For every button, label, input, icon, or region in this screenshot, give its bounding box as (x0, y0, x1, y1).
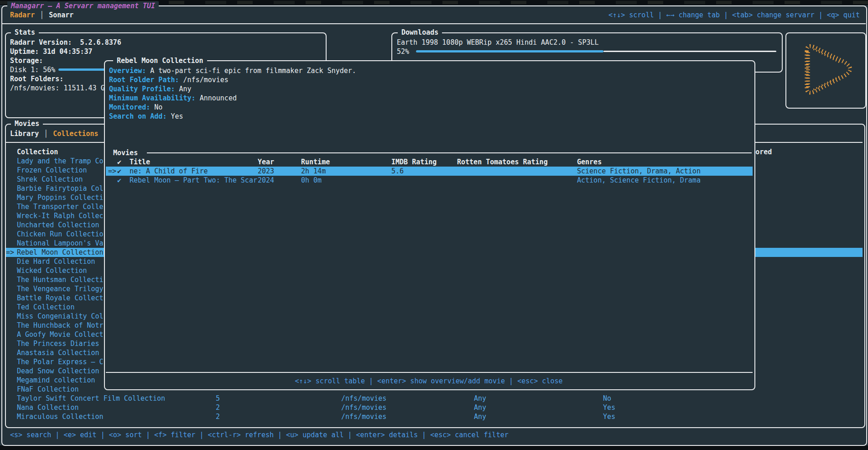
collection-movie-count: 2 (216, 403, 220, 412)
movie-row[interactable]: ✔Rebel Moon – Part Two: The Scar20240h 0… (105, 176, 753, 185)
download-progress-label: 52% (397, 47, 409, 56)
terminal-bottom-strip (0, 445, 868, 450)
bottom-help-bar: <s> search | <e> edit | <o> sort | <f> f… (10, 430, 509, 440)
tab-separator: │ (40, 10, 44, 20)
movie-col-header-runtime: Runtime (301, 157, 330, 167)
collection-movie-count: 2 (216, 412, 220, 421)
stats-panel-title: Stats (11, 28, 39, 37)
collection-name: The Hunchback of Notr (17, 321, 104, 330)
collection-name: Chicken Run Collectio (17, 230, 104, 239)
modal-field: Search on Add: Yes (109, 112, 183, 121)
movie-monitored-check: ✔ (117, 167, 121, 176)
collection-name: Anastasia Collection (17, 348, 99, 357)
collection-row[interactable]: Nana Collection2/nfs/moviesAnyYes (0, 403, 868, 412)
movies-tabs: Library│Collections│ (10, 129, 113, 138)
stats-disk-label: Disk 1: 56% (10, 65, 55, 74)
download-progress-gauge (416, 50, 603, 52)
app-title: Managarr – A Servarr management TUI (7, 1, 159, 10)
movie-monitored-check: ✔ (117, 176, 121, 185)
stats-version: Radarr Version:5.2.6.8376 (10, 38, 121, 47)
collection-search-on-add: No (603, 394, 611, 403)
download-item-title: Earth 1998 1080p WEBRip x265 Hindi AAC2.… (397, 38, 599, 47)
modal-title: Rebel Moon Collection (113, 56, 207, 65)
collection-row[interactable]: Taylor Swift Concert Film Collection5/nf… (0, 394, 868, 403)
modal-field: Monitored: No (109, 103, 162, 112)
collection-name: Nana Collection (17, 403, 78, 412)
tab-library[interactable]: Library (10, 129, 39, 138)
movie-col-header-genres: Genres (577, 157, 602, 167)
stats-version-value: 5.2.6.8376 (80, 38, 121, 47)
modal-field-label: Minimum Availability: (109, 94, 196, 102)
tab-collections[interactable]: Collections (53, 129, 98, 138)
collection-quality-profile: Any (474, 394, 486, 403)
tab-sonarr[interactable]: Sonarr (49, 10, 73, 20)
collection-name: Dead Snow Collection (17, 366, 99, 376)
collection-name: A Goofy Movie Collect (17, 330, 104, 339)
modal-footer-separator (106, 372, 753, 373)
modal-section-line (147, 152, 752, 153)
collection-quality-profile: Any (474, 412, 486, 421)
stats-root-folder-value: /nfs/movies: 11511.43 GB (10, 84, 109, 93)
collection-search-on-add: Yes (603, 403, 615, 412)
modal-field: Quality Profile: Any (109, 84, 192, 94)
top-help-bar: <↑↓> scroll | ←→ change tab | <tab> chan… (608, 10, 860, 20)
movie-col-header--: ✔ (117, 157, 121, 167)
modal-field-value: A two-part sci-fi epic from filmmaker Za… (146, 67, 356, 75)
movie-title: ne: A Child of Fire (130, 167, 208, 176)
collection-name: Mary Poppins Collecti (17, 193, 104, 202)
collection-name: Shrek Collection (17, 175, 83, 184)
tab-radarr[interactable]: Radarr (10, 10, 35, 20)
modal-field-value: No (150, 103, 162, 111)
collection-column-header: Collection (17, 147, 58, 157)
movie-row-selected[interactable]: =>✔ne: A Child of Fire20232h 14m5.6Scien… (105, 167, 753, 176)
radarr-logo-icon (796, 36, 857, 104)
collection-name: The Princess Diaries (17, 339, 99, 348)
collection-name: Frozen Collection (17, 166, 87, 175)
movie-imdb-rating: 5.6 (391, 167, 404, 176)
collection-name: The Huntsman Collecti (17, 275, 104, 284)
stats-version-label: Radarr Version: (10, 38, 72, 47)
modal-field: Root Folder Path: /nfs/movies (109, 75, 229, 84)
modal-section-title: Movies (113, 148, 138, 157)
download-progress-gauge-rest (603, 51, 776, 52)
collection-name: FNaF Collection (17, 385, 78, 394)
stats-uptime-value: 31d 04:35:37 (43, 47, 92, 56)
collection-name: Wicked Collection (17, 266, 87, 275)
collection-name: Battle Royale Collect (17, 293, 104, 303)
tabs-separator-line (2, 23, 866, 24)
collection-name: National Lampoon's Va (17, 239, 104, 248)
modal-field-label: Search on Add: (109, 112, 166, 120)
collection-name: Barbie Fairytopia Col (17, 184, 104, 193)
collection-row[interactable]: Miraculous Collection2/nfs/moviesAnyYes (0, 412, 868, 421)
modal-field-label: Root Folder Path: (109, 76, 179, 84)
collection-quality-profile: Any (474, 403, 486, 412)
collection-search-on-add: Yes (603, 412, 615, 421)
collection-name: The Vengeance Trilogy (17, 284, 104, 293)
modal-field-value: Yes (166, 112, 183, 120)
collection-name: Wreck-It Ralph Collec (17, 211, 104, 220)
movie-col-header-year: Year (258, 157, 274, 167)
collection-details-modal: Rebel Moon Collection Overview: A two-pa… (104, 60, 755, 390)
movie-col-header-title: Title (130, 157, 150, 167)
modal-field-value: Announced (196, 94, 237, 102)
tab-separator: │ (44, 129, 48, 138)
stats-uptime: Uptime:31d 04:35:37 (10, 47, 93, 56)
modal-field-label: Monitored: (109, 103, 150, 111)
collection-name: Miss Congeniality Col (17, 312, 104, 321)
movie-genres: Action, Science Fiction, Drama (577, 176, 701, 185)
selection-marker: => (6, 248, 14, 257)
selection-marker: => (108, 167, 116, 176)
modal-field-value: Any (175, 85, 192, 93)
collection-name: Taylor Swift Concert Film Collection (17, 394, 165, 403)
modal-field-label: Quality Profile: (109, 85, 175, 93)
stats-root-folders-label: Root Folders: (10, 74, 63, 84)
movie-col-header-imdb-rating: IMDB Rating (391, 157, 437, 167)
app-root: Managarr – A Servarr management TUI Rada… (0, 0, 868, 450)
movie-genres: Science Fiction, Drama, Action (577, 167, 701, 176)
movie-year: 2024 (258, 176, 274, 185)
movies-panel-title: Movies (11, 119, 43, 128)
collection-root-folder: /nfs/movies (341, 412, 386, 421)
collection-movie-count: 5 (216, 394, 220, 403)
modal-field: Minimum Availability: Announced (109, 94, 237, 103)
collection-name: Lady and the Tramp Co (17, 157, 104, 166)
